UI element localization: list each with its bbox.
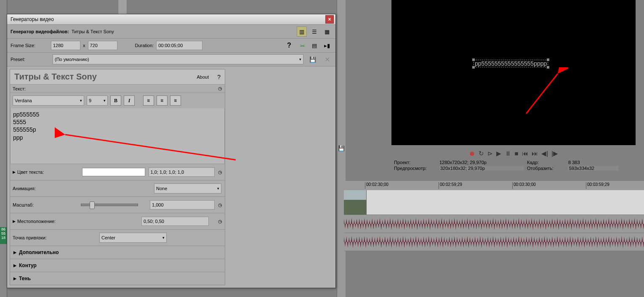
text-section-header: Текст: ◷ (10, 85, 225, 93)
align-right-icon[interactable]: ≡ (170, 95, 181, 106)
frame-value: 8 383 (568, 160, 619, 165)
frame-size-row: Frame Size: x Duration: ? ⫘ ▤ ▸▮ (7, 39, 335, 53)
keyframe-icon[interactable]: ◷ (218, 219, 222, 224)
delete-preset-icon[interactable]: ✕ (322, 54, 332, 64)
text-color-row: ▶Цвет текста: ◷ (10, 164, 225, 180)
color-swatch[interactable] (82, 168, 145, 176)
panel-title: Титры & Текст Sony (14, 72, 197, 82)
font-dropdown[interactable]: Verdana (13, 95, 84, 106)
keyframe-icon[interactable]: ◷ (218, 202, 222, 208)
align-left-icon[interactable]: ≡ (143, 95, 154, 106)
view-mode-1-icon[interactable]: ▥ (297, 27, 307, 37)
view-mode-2-icon[interactable]: ☰ (309, 27, 319, 37)
anchor-label: Точка привязки: (13, 235, 47, 240)
resize-handle[interactable] (472, 58, 475, 61)
dialog-title: Генераторы видео (11, 16, 325, 22)
view-mode-3-icon[interactable]: ▦ (322, 27, 332, 37)
preset-label: Preset: (11, 57, 48, 62)
resize-handle[interactable] (547, 58, 549, 61)
loop-icon[interactable]: ↻ (479, 150, 484, 157)
timeline-ruler[interactable]: 00:02:30;0000:02:59;2900:03:30;0000:03:5… (344, 181, 644, 191)
italic-button[interactable]: I (124, 95, 135, 106)
audio-track-2[interactable] (344, 233, 644, 251)
resize-handle[interactable] (472, 66, 475, 69)
vertical-tab-bg (118, 0, 127, 14)
extra-section[interactable]: ▶Дополнительно (10, 246, 225, 259)
prev-icon[interactable]: ⏮ (522, 150, 528, 157)
waveform (344, 217, 644, 231)
tool-icon-1[interactable]: ▤ (309, 40, 319, 50)
chain-icon[interactable]: ⫘ (297, 40, 307, 50)
scale-row: Масштаб: ◷ (10, 197, 225, 213)
ruler-tick: 00:03:30;00 (512, 182, 536, 189)
scale-label: Масштаб: (13, 202, 34, 207)
record-icon[interactable]: ⏺ (469, 150, 475, 157)
dialog-titlebar[interactable]: Генераторы видео × (7, 14, 335, 25)
ruler-tick: 00:02:30;00 (365, 182, 389, 189)
color-value-input[interactable] (149, 167, 215, 177)
resize-handle[interactable] (547, 66, 549, 69)
anim-label: Анимация: (13, 186, 36, 191)
outline-section[interactable]: ▶Контур (10, 259, 225, 272)
video-preview[interactable]: pp5555555555555555pppp (391, 0, 636, 145)
play-icon[interactable]: ▶ (496, 150, 501, 157)
left-cut-label: 865518 (0, 227, 7, 244)
expand-icon[interactable]: ▶ (13, 219, 16, 223)
anchor-row: Точка привязки: Center (10, 230, 225, 246)
text-label: Текст: (13, 86, 26, 91)
duration-input[interactable] (156, 41, 202, 50)
preview-title-text[interactable]: pp5555555555555555pppp (474, 60, 548, 67)
generator-label: Генератор видеофайлов: (11, 29, 69, 34)
align-center-icon[interactable]: ≡ (157, 95, 168, 106)
preview-info: Проект: 1280x720x32; 29,970p Кадр: 8 383… (391, 159, 641, 172)
waveform (344, 235, 644, 249)
shadow-section[interactable]: ▶Тень (10, 272, 225, 285)
project-value: 1280x720x32; 29,970p (439, 160, 524, 165)
scale-slider[interactable] (81, 204, 138, 206)
slider-thumb[interactable] (90, 202, 95, 209)
save-preset-icon[interactable]: 💾 (308, 54, 318, 64)
expand-icon[interactable]: ▶ (13, 170, 16, 174)
next-icon[interactable]: ⏭ (532, 150, 538, 157)
save-snapshot-icon[interactable]: 💾 (338, 145, 345, 151)
keyframe-icon[interactable]: ◷ (218, 86, 222, 91)
transport-controls: ⏺ ↻ ⊳ ▶ ⏸ ■ ⏮ ⏭ ◀ǀ ǀ▶ (391, 148, 636, 159)
scale-value-input[interactable] (150, 200, 215, 209)
animation-dropdown[interactable]: None (154, 183, 221, 194)
about-link[interactable]: About (197, 74, 209, 80)
ruler-tick: 00:02:59;29 (439, 182, 462, 189)
pause-icon[interactable]: ⏸ (505, 150, 511, 157)
location-row: ▶Местоположение: ◷ (10, 213, 225, 230)
play-start-icon[interactable]: ⊳ (487, 150, 493, 157)
preview-value: 320x180x32; 29,970p (439, 166, 524, 171)
panel-header: Титры & Текст Sony About ? (10, 69, 225, 85)
close-icon[interactable]: × (325, 15, 334, 24)
location-value-input[interactable] (141, 217, 209, 226)
divider-column: 💾 (337, 0, 346, 297)
preset-row: Preset: (По умолчанию) 💾 ✕ (7, 53, 335, 66)
title-text-panel: Титры & Текст Sony About ? Текст: ◷ Verd… (10, 69, 225, 285)
video-track[interactable] (344, 190, 644, 215)
stop-icon[interactable]: ■ (514, 150, 518, 157)
step-back-icon[interactable]: ◀ǀ (541, 150, 548, 157)
preview-label: Предпросмотр: (394, 166, 436, 171)
bold-button[interactable]: B (110, 95, 121, 106)
width-input[interactable] (51, 41, 80, 50)
text-input-area[interactable]: pp555555 5555 555555p ppp (10, 108, 225, 164)
panel-help-icon[interactable]: ? (217, 74, 221, 80)
clip-thumbnail[interactable] (344, 190, 367, 215)
anchor-dropdown[interactable]: Center (99, 233, 167, 243)
project-label: Проект: (394, 160, 436, 165)
keyframe-icon[interactable]: ◷ (218, 170, 222, 175)
help-icon[interactable]: ? (284, 40, 294, 50)
step-fwd-icon[interactable]: ǀ▶ (551, 150, 558, 157)
animation-row: Анимация: None (10, 180, 225, 197)
audio-track-1[interactable] (344, 215, 644, 233)
frame-label: Кадр: (527, 160, 565, 165)
preset-dropdown[interactable]: (По умолчанию) (53, 54, 303, 64)
font-size-dropdown[interactable]: 9 (87, 95, 108, 106)
tool-icon-2[interactable]: ▸▮ (322, 40, 332, 50)
display-value: 593x334x32 (568, 166, 619, 171)
duration-label: Duration: (135, 43, 154, 48)
height-input[interactable] (88, 41, 117, 50)
